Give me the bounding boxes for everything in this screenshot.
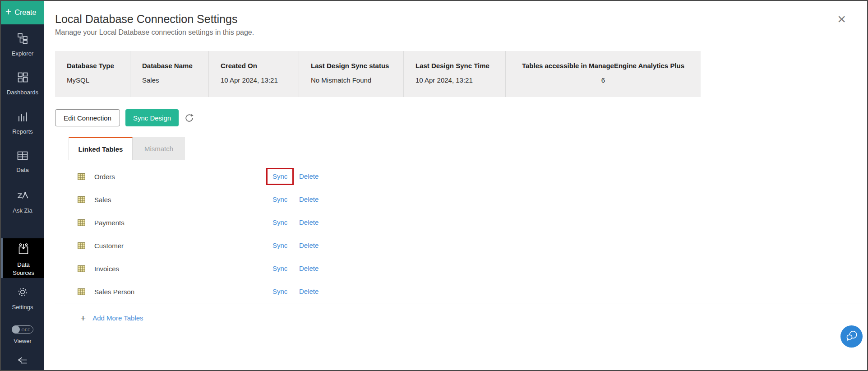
chat-fab-button[interactable]	[840, 325, 863, 348]
sidebar-item-label: Data	[16, 166, 28, 174]
sidebar-item-label: Data Sources	[9, 261, 37, 277]
summary-value: 10 Apr 2024, 13:21	[416, 76, 505, 84]
app-window: + Create Explorer	[0, 0, 868, 371]
table-name: Sales Person	[94, 288, 272, 296]
sidebar: + Create Explorer	[1, 1, 44, 370]
sidebar-item-ask-zia[interactable]: Ask Zia	[1, 190, 44, 222]
summary-value: Sales	[142, 76, 208, 84]
delete-link[interactable]: Delete	[299, 241, 319, 249]
add-more-tables-link[interactable]: Add More Tables	[92, 314, 143, 322]
db-table-icon	[78, 173, 85, 180]
db-table-icon	[78, 196, 85, 203]
table-row: Sales Person Sync Delete	[55, 280, 867, 303]
connection-summary-bar: Database Type MySQL Database Name Sales …	[55, 51, 701, 97]
table-row: Payments Sync Delete	[55, 211, 867, 234]
sidebar-item-data[interactable]: Data	[1, 151, 44, 182]
tab-strip: Linked Tables Mismatch	[69, 137, 867, 160]
sidebar-item-label: Ask Zia	[13, 207, 32, 215]
sync-link[interactable]: Sync	[272, 172, 287, 180]
table-name: Invoices	[94, 265, 272, 273]
db-table-icon	[78, 265, 85, 272]
table-row: Customer Sync Delete	[55, 234, 867, 257]
sidebar-item-reports[interactable]: Reports	[1, 111, 44, 143]
table-icon	[17, 151, 28, 162]
sidebar-item-explorer[interactable]: Explorer	[1, 32, 44, 64]
tab-linked-tables[interactable]: Linked Tables	[69, 137, 133, 160]
sync-link[interactable]: Sync	[272, 241, 287, 249]
dashboards-icon	[17, 72, 28, 85]
summary-created-on: Created On 10 Apr 2024, 13:21	[209, 51, 299, 97]
sync-link[interactable]: Sync	[272, 218, 287, 226]
summary-label: Database Type	[67, 62, 130, 70]
collapse-sidebar-button[interactable]	[1, 357, 44, 366]
summary-label: Database Name	[142, 62, 208, 70]
page-title: Local Database Connection Settings	[55, 13, 867, 26]
sync-link[interactable]: Sync	[272, 195, 287, 203]
actions-row: Edit Connection Sync Design	[55, 109, 867, 126]
sidebar-item-label: Reports	[12, 128, 33, 136]
refresh-icon[interactable]	[185, 113, 194, 123]
linked-tables-list: Orders Sync Delete Sales Sync Delet	[55, 165, 867, 303]
summary-value: No Mismatch Found	[311, 76, 403, 84]
edit-connection-button[interactable]: Edit Connection	[55, 109, 120, 126]
create-label: Create	[14, 9, 36, 17]
tab-baseline	[55, 160, 69, 160]
collapse-arrow-icon	[17, 357, 28, 366]
summary-label: Last Design Sync Time	[416, 62, 505, 70]
sync-link[interactable]: Sync	[272, 264, 287, 272]
summary-value: 10 Apr 2024, 13:21	[221, 76, 299, 84]
table-row: Sales Sync Delete	[55, 188, 867, 211]
summary-database-type: Database Type MySQL	[55, 51, 130, 97]
table-name: Payments	[94, 219, 272, 227]
close-icon[interactable]: ×	[837, 12, 846, 26]
tab-mismatch[interactable]: Mismatch	[133, 137, 185, 160]
summary-label: Tables accessible in ManageEngine Analyt…	[506, 62, 701, 70]
sidebar-item-data-sources[interactable]: Data Sources	[1, 238, 44, 278]
delete-link[interactable]: Delete	[299, 195, 319, 203]
add-more-tables[interactable]: + Add More Tables	[80, 313, 867, 322]
create-button[interactable]: + Create	[1, 1, 44, 24]
table-name: Customer	[94, 242, 272, 250]
sync-link[interactable]: Sync	[272, 288, 287, 295]
table-name: Sales	[94, 196, 272, 204]
plus-icon: +	[5, 7, 11, 17]
summary-sync-time: Last Design Sync Time 10 Apr 2024, 13:21	[404, 51, 506, 97]
delete-link[interactable]: Delete	[299, 172, 319, 180]
explorer-icon	[17, 32, 28, 46]
sidebar-item-label: Dashboards	[7, 88, 38, 97]
bar-chart-icon	[17, 111, 28, 124]
table-row: Invoices Sync Delete	[55, 257, 867, 280]
toggle-state-label: OFF	[22, 328, 31, 332]
summary-database-name: Database Name Sales	[130, 51, 209, 97]
sync-design-button[interactable]: Sync Design	[125, 109, 179, 126]
viewer-off-toggle[interactable]: OFF	[12, 325, 33, 334]
plus-icon: +	[80, 313, 86, 323]
main-panel: Local Database Connection Settings Manag…	[44, 1, 867, 370]
sidebar-item-viewer: OFF Viewer	[1, 325, 44, 357]
db-table-icon	[78, 288, 85, 295]
data-sources-icon	[17, 243, 30, 257]
delete-link[interactable]: Delete	[299, 288, 319, 295]
sidebar-item-label: Viewer	[14, 337, 32, 345]
table-name: Orders	[94, 173, 272, 181]
sidebar-item-dashboards[interactable]: Dashboards	[1, 72, 44, 103]
summary-value: 6	[506, 76, 701, 84]
page-subtitle: Manage your Local Database connection se…	[55, 28, 867, 37]
toggle-knob	[12, 325, 20, 334]
sidebar-item-settings[interactable]: Settings	[1, 286, 44, 318]
zia-icon	[16, 190, 29, 203]
table-row: Orders Sync Delete	[55, 165, 867, 188]
chat-bubbles-icon	[845, 330, 858, 343]
delete-link[interactable]: Delete	[299, 264, 319, 272]
sidebar-item-label: Explorer	[12, 50, 33, 58]
summary-label: Last Design Sync status	[311, 62, 403, 70]
db-table-icon	[78, 219, 85, 226]
summary-tables-accessible: Tables accessible in ManageEngine Analyt…	[506, 51, 701, 97]
summary-sync-status: Last Design Sync status No Mismatch Foun…	[299, 51, 404, 97]
summary-label: Created On	[221, 62, 299, 70]
gear-icon	[17, 286, 28, 300]
delete-link[interactable]: Delete	[299, 218, 319, 226]
summary-value: MySQL	[67, 76, 130, 84]
db-table-icon	[78, 242, 85, 249]
sidebar-item-label: Settings	[12, 303, 33, 311]
